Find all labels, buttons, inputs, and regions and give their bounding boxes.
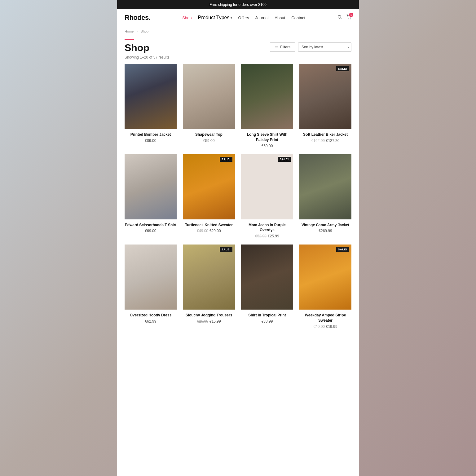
topbar-message: Free shipping for orders over $100 [209,2,267,7]
price-original: €40.00 [313,324,325,329]
breadcrumb-separator: » [136,29,138,33]
product-price: €69.00 [125,229,177,233]
filters-button[interactable]: Filters [270,42,295,52]
price-original: €49.00 [197,229,208,233]
page-content: Shop Showing 1–20 of 57 results Filters … [117,36,359,341]
product-price: €89.00 [125,139,177,143]
toolbar: Filters Sort by latest Sort by price: lo… [270,42,351,52]
product-card[interactable]: Long Sleeve Shirt With Paisley Print€69.… [241,64,293,148]
product-image-wrap [183,64,235,129]
product-name: Oversized Hoody Dress [125,313,177,318]
product-image-wrap [241,245,293,310]
product-image [299,245,351,310]
breadcrumb-home[interactable]: Home [125,29,134,33]
product-image [241,154,293,219]
product-price: €162.99€127.20 [299,139,351,143]
nav-contact[interactable]: Contact [291,15,305,20]
product-image-wrap [125,154,177,219]
page-title-section: Shop Showing 1–20 of 57 results [125,39,170,60]
product-image [241,245,293,310]
product-image [125,245,177,310]
price-current: €59.00 [203,139,215,143]
product-image-wrap: SALE! [241,154,293,219]
page-header: Shop Showing 1–20 of 57 results Filters … [125,39,351,60]
sort-select[interactable]: Sort by latest Sort by price: low to hig… [298,42,351,52]
product-image [125,64,177,129]
product-name: Weekday Amped Stripe Sweater [299,313,351,323]
product-name: Edward Scissorhands T-Shirt [125,223,177,228]
nav-journal[interactable]: Journal [255,15,269,20]
nav-shop[interactable]: Shop [182,15,192,20]
product-price: €40.00€19.99 [299,324,351,329]
cart-icon[interactable]: 1 [346,15,351,21]
price-original: €52.99 [255,234,267,238]
product-card[interactable]: Edward Scissorhands T-Shirt€69.00 [125,154,177,239]
nav-product-types[interactable]: Product Types ▾ [198,15,232,20]
product-image-wrap: SALE! [183,154,235,219]
price-current: €69.00 [262,144,273,148]
product-image-wrap [125,245,177,310]
product-price: €38.99 [241,319,293,324]
price-original: €162.99 [311,139,325,143]
product-card[interactable]: Printed Bomber Jacket€89.00 [125,64,177,148]
search-icon[interactable] [337,15,342,21]
nav-offers[interactable]: Offers [238,15,249,20]
dropdown-arrow-icon: ▾ [231,16,232,20]
price-original: €25.95 [197,319,208,324]
product-image [125,154,177,219]
product-price: €49.00€29.00 [183,229,235,233]
product-card[interactable]: SALE!Mom Jeans In Purple Overdye€52.99€2… [241,154,293,239]
product-price: €25.95€15.99 [183,319,235,324]
product-price: €62.99 [125,319,177,324]
price-current: €69.00 [145,229,156,233]
logo[interactable]: Rhodes. [125,14,150,22]
sale-badge: SALE! [220,157,233,162]
product-name: Vintage Camo Army Jacket [299,223,351,228]
product-name: Shirt In Tropical Print [241,313,293,318]
price-current: €62.99 [145,319,156,324]
product-image [299,154,351,219]
sale-badge: SALE! [278,157,291,162]
product-price: €69.00 [241,144,293,148]
product-image [183,64,235,129]
product-image [183,245,235,310]
sale-badge: SALE! [336,247,349,252]
svg-point-0 [338,15,341,18]
product-image [241,64,293,129]
product-card[interactable]: Shirt In Tropical Print€38.99 [241,245,293,329]
product-name: Slouchy Jogging Trousers [183,313,235,318]
product-card[interactable]: Oversized Hoody Dress€62.99 [125,245,177,329]
price-current: €38.99 [262,319,273,324]
main-nav: Shop Product Types ▾ Offers Journal Abou… [182,15,305,20]
product-card[interactable]: SALE!Weekday Amped Stripe Sweater€40.00€… [299,245,351,329]
price-current: €15.99 [209,319,221,324]
product-image [183,154,235,219]
price-current: €19.99 [326,324,337,329]
product-card[interactable]: Vintage Camo Army Jacket€269.99 [299,154,351,239]
product-price: €269.99 [299,229,351,233]
sort-wrapper: Sort by latest Sort by price: low to hig… [298,42,351,52]
product-name: Mom Jeans In Purple Overdye [241,223,293,233]
product-card[interactable]: SALE!Turtleneck Knitted Sweater€49.00€29… [183,154,235,239]
product-image [299,64,351,129]
price-current: €269.99 [319,229,332,233]
product-card[interactable]: SALE!Soft Leather Biker Jacket€162.99€12… [299,64,351,148]
product-name: Turtleneck Knitted Sweater [183,223,235,228]
price-current: €29.00 [209,229,221,233]
filter-icon [275,45,278,49]
main-container: Free shipping for orders over $100 Rhode… [117,0,359,476]
product-grid: Printed Bomber Jacket€89.00Shapewear Top… [125,64,351,329]
top-bar: Free shipping for orders over $100 [117,0,359,9]
product-card[interactable]: SALE!Slouchy Jogging Trousers€25.95€15.9… [183,245,235,329]
product-card[interactable]: Shapewear Top€59.00 [183,64,235,148]
title-accent-bar [125,39,134,40]
nav-about[interactable]: About [275,15,285,20]
header-icons: 1 [337,15,351,21]
product-name: Long Sleeve Shirt With Paisley Print [241,132,293,143]
product-image-wrap [125,64,177,129]
product-image-wrap: SALE! [183,245,235,310]
product-image-wrap [299,154,351,219]
page-title: Shop [125,42,170,54]
product-price: €59.00 [183,139,235,143]
sale-badge: SALE! [336,66,349,71]
